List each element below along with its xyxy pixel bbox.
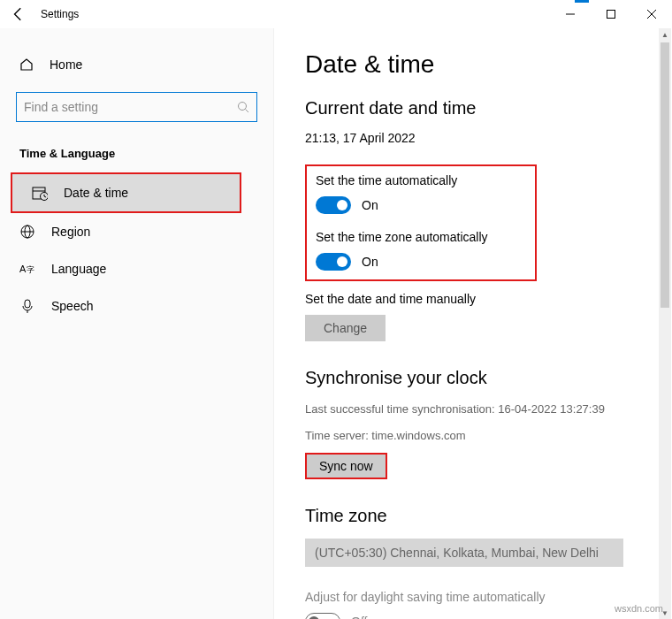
svg-text:A: A — [19, 264, 27, 274]
scrollbar-thumb[interactable] — [661, 42, 669, 308]
auto-time-state: On — [362, 198, 378, 212]
watermark: wsxdn.com — [615, 603, 663, 614]
auto-tz-toggle[interactable] — [316, 253, 351, 271]
scrollbar[interactable]: ▲ ▼ — [659, 28, 671, 619]
home-nav[interactable]: Home — [0, 50, 273, 79]
section-current: Current date and time — [305, 98, 641, 118]
maximize-button[interactable] — [591, 0, 631, 28]
dst-label: Adjust for daylight saving time automati… — [305, 590, 641, 604]
page-title: Date & time — [305, 50, 641, 79]
sync-last: Last successful time synchronisation: 16… — [305, 401, 641, 418]
sync-server: Time server: time.windows.com — [305, 427, 641, 445]
sidebar-item-label: Speech — [51, 299, 93, 313]
language-icon: A字 — [19, 261, 35, 277]
globe-icon — [19, 224, 35, 240]
back-icon[interactable] — [11, 6, 27, 22]
sidebar-item-date-time[interactable]: Date & time — [12, 174, 240, 211]
window-controls — [550, 0, 672, 28]
dst-state: Off — [351, 615, 367, 619]
sidebar-item-speech[interactable]: Speech — [0, 287, 273, 325]
svg-point-4 — [239, 103, 247, 111]
sidebar-item-label: Date & time — [64, 186, 128, 200]
date-time-icon — [32, 185, 48, 201]
home-label: Home — [50, 57, 82, 72]
dst-toggle — [305, 613, 340, 619]
timezone-select: (UTC+05:30) Chennai, Kolkata, Mumbai, Ne… — [305, 539, 623, 567]
category-header: Time & Language — [0, 147, 273, 172]
search-input[interactable] — [16, 92, 257, 122]
auto-tz-state: On — [362, 255, 378, 269]
sidebar: Home Time & Language Date & time Region … — [0, 28, 274, 619]
sidebar-item-label: Language — [51, 262, 106, 276]
content-area: Date & time Current date and time 21:13,… — [274, 28, 672, 619]
microphone-icon — [19, 298, 35, 314]
svg-line-5 — [246, 110, 249, 113]
window-title: Settings — [41, 8, 79, 20]
close-button[interactable] — [631, 0, 672, 28]
highlight-date-time: Date & time — [11, 172, 241, 213]
auto-time-label: Set the time automatically — [316, 173, 526, 187]
home-icon — [19, 57, 34, 72]
sidebar-item-label: Region — [51, 225, 90, 239]
minimize-button[interactable] — [550, 0, 591, 28]
auto-tz-label: Set the time zone automatically — [316, 230, 526, 244]
section-timezone: Time zone — [305, 506, 641, 526]
manual-label: Set the date and time manually — [305, 292, 641, 306]
scroll-up-icon[interactable]: ▲ — [659, 28, 671, 41]
change-button: Change — [305, 315, 386, 341]
search-field[interactable] — [24, 100, 237, 114]
svg-rect-16 — [25, 300, 30, 308]
current-datetime: 21:13, 17 April 2022 — [305, 131, 641, 145]
sync-now-button[interactable]: Sync now — [305, 453, 387, 479]
highlight-auto-settings: Set the time automatically On Set the ti… — [305, 164, 537, 281]
sidebar-item-region[interactable]: Region — [0, 213, 273, 250]
svg-text:字: 字 — [27, 265, 34, 274]
svg-rect-1 — [607, 11, 615, 19]
section-sync: Synchronise your clock — [305, 368, 641, 388]
auto-time-toggle[interactable] — [316, 196, 351, 214]
sidebar-item-language[interactable]: A字 Language — [0, 250, 273, 287]
search-icon — [237, 101, 249, 113]
